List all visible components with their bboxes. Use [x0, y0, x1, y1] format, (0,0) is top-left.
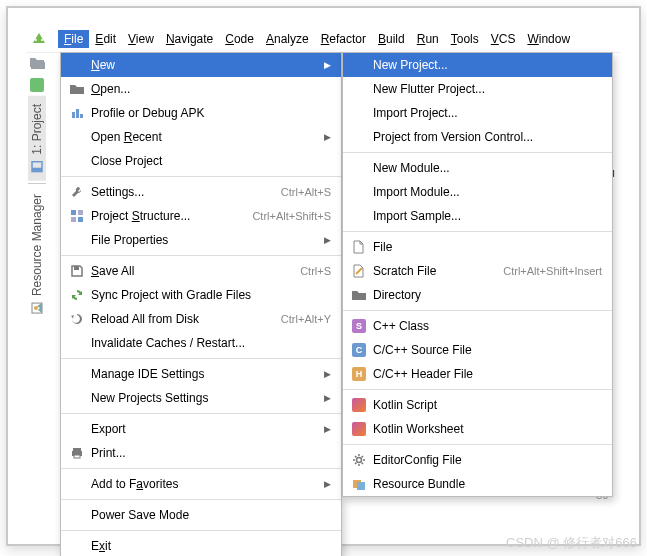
file-menu-item-new[interactable]: New▶: [61, 53, 341, 77]
new-submenu[interactable]: New Project...New Flutter Project...Impo…: [342, 52, 613, 497]
svg-point-1: [41, 39, 43, 41]
new-menu-item-directory[interactable]: Directory: [343, 283, 612, 307]
menu-run[interactable]: Run: [411, 30, 445, 48]
sidebar-icon[interactable]: [30, 78, 44, 92]
submenu-arrow-icon: ▶: [321, 479, 331, 489]
svg-rect-12: [78, 217, 83, 222]
svg-rect-8: [80, 114, 83, 118]
menu-vcs[interactable]: VCS: [485, 30, 522, 48]
menu-item-label: Scratch File: [369, 264, 495, 278]
menu-item-label: Manage IDE Settings: [87, 367, 321, 381]
submenu-arrow-icon: ▶: [321, 132, 331, 142]
menu-item-label: Sync Project with Gradle Files: [87, 288, 331, 302]
file-menu-item-open-recent[interactable]: Open Recent▶: [61, 125, 341, 149]
file-menu-item-project-structure[interactable]: Project Structure...Ctrl+Alt+Shift+S: [61, 204, 341, 228]
menu-tools[interactable]: Tools: [445, 30, 485, 48]
folder-icon[interactable]: [29, 55, 45, 72]
menu-analyze[interactable]: Analyze: [260, 30, 315, 48]
submenu-arrow-icon: ▶: [321, 424, 331, 434]
menu-item-label: New Project...: [369, 58, 602, 72]
menu-navigate[interactable]: Navigate: [160, 30, 219, 48]
new-menu-item-import-sample[interactable]: Import Sample...: [343, 204, 612, 228]
kt-icon: [349, 398, 369, 412]
svg-rect-19: [357, 482, 365, 490]
svg-rect-10: [78, 210, 83, 215]
new-menu-item-import-module[interactable]: Import Module...: [343, 180, 612, 204]
menu-refactor[interactable]: Refactor: [315, 30, 372, 48]
c-icon: C: [349, 343, 369, 357]
menu-item-label: Add to Favorites: [87, 477, 321, 491]
menu-item-label: Kotlin Script: [369, 398, 602, 412]
menu-item-label: Open Recent: [87, 130, 321, 144]
s-icon: S: [349, 319, 369, 333]
new-menu-item-c-c-source-file[interactable]: CC/C++ Source File: [343, 338, 612, 362]
file-menu-item-file-properties[interactable]: File Properties▶: [61, 228, 341, 252]
menu-item-label: Resource Bundle: [369, 477, 602, 491]
file-menu[interactable]: New▶Open...Profile or Debug APKOpen Rece…: [60, 52, 342, 556]
file-menu-item-profile-or-debug-apk[interactable]: Profile or Debug APK: [61, 101, 341, 125]
svg-rect-11: [71, 217, 76, 222]
new-menu-item-c-c-header-file[interactable]: HC/C++ Header File: [343, 362, 612, 386]
file-menu-item-new-projects-settings[interactable]: New Projects Settings▶: [61, 386, 341, 410]
file-menu-item-power-save-mode[interactable]: Power Save Mode: [61, 503, 341, 527]
menu-view[interactable]: View: [122, 30, 160, 48]
file-menu-item-settings[interactable]: Settings...Ctrl+Alt+S: [61, 180, 341, 204]
file-menu-item-save-all[interactable]: Save AllCtrl+S: [61, 259, 341, 283]
menu-item-label: Import Project...: [369, 106, 602, 120]
new-menu-item-editorconfig-file[interactable]: EditorConfig File: [343, 448, 612, 472]
submenu-arrow-icon: ▶: [321, 235, 331, 245]
menu-item-label: C/C++ Header File: [369, 367, 602, 381]
watermark: CSDN @ 修行者对666: [506, 534, 637, 552]
file-menu-item-add-to-favorites[interactable]: Add to Favorites▶: [61, 472, 341, 496]
svg-rect-3: [32, 168, 42, 172]
app-logo: [30, 30, 48, 48]
menu-item-label: C/C++ Source File: [369, 343, 602, 357]
menu-code[interactable]: Code: [219, 30, 260, 48]
menu-edit[interactable]: Edit: [89, 30, 122, 48]
new-menu-item-import-project[interactable]: Import Project...: [343, 101, 612, 125]
svg-point-0: [35, 39, 37, 41]
new-menu-item-scratch-file[interactable]: Scratch FileCtrl+Alt+Shift+Insert: [343, 259, 612, 283]
shortcut: Ctrl+Alt+Y: [273, 313, 331, 325]
new-menu-item-new-module[interactable]: New Module...: [343, 156, 612, 180]
menu-item-label: New Flutter Project...: [369, 82, 602, 96]
folder-icon: [67, 82, 87, 96]
scratch-icon: [349, 264, 369, 278]
file-menu-item-exit[interactable]: Exit: [61, 534, 341, 556]
file-menu-item-sync-project-with-gradle-files[interactable]: Sync Project with Gradle Files: [61, 283, 341, 307]
new-menu-item-new-project[interactable]: New Project...: [343, 53, 612, 77]
shortcut: Ctrl+Alt+Shift+Insert: [495, 265, 602, 277]
svg-rect-14: [73, 448, 81, 451]
svg-point-17: [357, 458, 362, 463]
menu-item-label: File Properties: [87, 233, 321, 247]
menu-window[interactable]: Window: [521, 30, 576, 48]
kt-icon: [349, 422, 369, 436]
tab-resource-manager[interactable]: Resource Manager: [28, 186, 46, 322]
new-menu-item-project-from-version-control[interactable]: Project from Version Control...: [343, 125, 612, 149]
new-menu-item-c-class[interactable]: SC++ Class: [343, 314, 612, 338]
file-menu-item-export[interactable]: Export▶: [61, 417, 341, 441]
file-menu-item-open[interactable]: Open...: [61, 77, 341, 101]
file-menu-item-close-project[interactable]: Close Project: [61, 149, 341, 173]
menu-item-label: Close Project: [87, 154, 331, 168]
svg-rect-6: [72, 112, 75, 118]
file-menu-item-print[interactable]: Print...: [61, 441, 341, 465]
tab-project[interactable]: 1: Project: [28, 96, 46, 181]
new-menu-item-file[interactable]: File: [343, 235, 612, 259]
new-menu-item-resource-bundle[interactable]: Resource Bundle: [343, 472, 612, 496]
menu-build[interactable]: Build: [372, 30, 411, 48]
menu-item-label: New: [87, 58, 321, 72]
menu-item-label: EditorConfig File: [369, 453, 602, 467]
print-icon: [67, 446, 87, 460]
file-menu-item-invalidate-caches-restart[interactable]: Invalidate Caches / Restart...: [61, 331, 341, 355]
profile-icon: [67, 106, 87, 120]
submenu-arrow-icon: ▶: [321, 369, 331, 379]
new-menu-item-kotlin-script[interactable]: Kotlin Script: [343, 393, 612, 417]
file-menu-item-manage-ide-settings[interactable]: Manage IDE Settings▶: [61, 362, 341, 386]
file-menu-item-reload-all-from-disk[interactable]: Reload All from DiskCtrl+Alt+Y: [61, 307, 341, 331]
new-menu-item-new-flutter-project[interactable]: New Flutter Project...: [343, 77, 612, 101]
menu-file[interactable]: File: [58, 30, 89, 48]
folder-icon: [349, 288, 369, 302]
menu-item-label: Kotlin Worksheet: [369, 422, 602, 436]
new-menu-item-kotlin-worksheet[interactable]: Kotlin Worksheet: [343, 417, 612, 441]
